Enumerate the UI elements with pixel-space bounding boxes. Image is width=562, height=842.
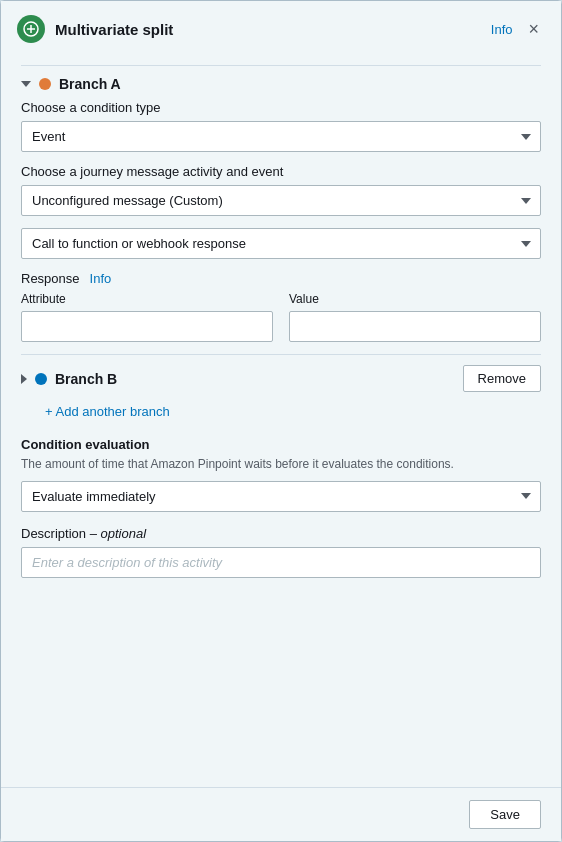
attribute-label: Attribute — [21, 292, 273, 306]
branch-b-chevron-right-icon[interactable] — [21, 374, 27, 384]
modal-header: Multivariate split Info × — [1, 1, 561, 57]
response-info-link[interactable]: Info — [90, 271, 112, 286]
condition-evaluation-select-wrapper: Evaluate immediately — [21, 481, 541, 512]
condition-type-select-wrapper: Event — [21, 121, 541, 152]
response-label-text: Response — [21, 271, 80, 286]
add-branch-link[interactable]: + Add another branch — [45, 404, 170, 419]
remove-button[interactable]: Remove — [463, 365, 541, 392]
modal-info-link[interactable]: Info — [491, 22, 513, 37]
event-group: Call to function or webhook response — [21, 228, 541, 259]
modal-title: Multivariate split — [55, 21, 475, 38]
journey-message-select-wrapper: Unconfigured message (Custom) — [21, 185, 541, 216]
description-label: Description – optional — [21, 526, 541, 541]
event-select[interactable]: Call to function or webhook response — [21, 228, 541, 259]
description-optional: optional — [101, 526, 147, 541]
condition-evaluation-select[interactable]: Evaluate immediately — [21, 481, 541, 512]
event-select-wrapper: Call to function or webhook response — [21, 228, 541, 259]
condition-evaluation-section: Condition evaluation The amount of time … — [21, 437, 541, 512]
branch-a-dot-icon — [39, 78, 51, 90]
description-input[interactable] — [21, 547, 541, 578]
condition-evaluation-desc: The amount of time that Amazon Pinpoint … — [21, 456, 541, 473]
branch-b-label: Branch B — [55, 371, 117, 387]
value-label: Value — [289, 292, 541, 306]
attribute-input[interactable] — [21, 311, 273, 342]
description-group: Description – optional — [21, 526, 541, 578]
description-label-text: Description – optional — [21, 526, 146, 541]
branch-b-dot-icon — [35, 373, 47, 385]
save-button[interactable]: Save — [469, 800, 541, 829]
branch-a-header: Branch A — [21, 65, 541, 100]
close-button[interactable]: × — [522, 18, 545, 40]
journey-message-label: Choose a journey message activity and ev… — [21, 164, 541, 179]
branch-b-left: Branch B — [21, 371, 117, 387]
branch-b-row: Branch B Remove — [21, 354, 541, 400]
value-input[interactable] — [289, 311, 541, 342]
condition-type-select[interactable]: Event — [21, 121, 541, 152]
branch-a-chevron-down-icon[interactable] — [21, 81, 31, 87]
branch-a-label: Branch A — [59, 76, 121, 92]
description-dash: – — [90, 526, 97, 541]
attribute-field: Attribute — [21, 292, 273, 342]
response-group: Response Info Attribute Value — [21, 271, 541, 342]
response-label-row: Response Info — [21, 271, 541, 286]
modal-body: Branch A Choose a condition type Event C… — [1, 57, 561, 787]
value-field: Value — [289, 292, 541, 342]
modal-icon — [17, 15, 45, 43]
journey-message-select[interactable]: Unconfigured message (Custom) — [21, 185, 541, 216]
condition-type-label: Choose a condition type — [21, 100, 541, 115]
attribute-value-row: Attribute Value — [21, 292, 541, 342]
journey-message-group: Choose a journey message activity and ev… — [21, 164, 541, 216]
condition-type-group: Choose a condition type Event — [21, 100, 541, 152]
condition-evaluation-title: Condition evaluation — [21, 437, 541, 452]
modal-container: Multivariate split Info × Branch A Choos… — [0, 0, 562, 842]
modal-footer: Save — [1, 787, 561, 841]
